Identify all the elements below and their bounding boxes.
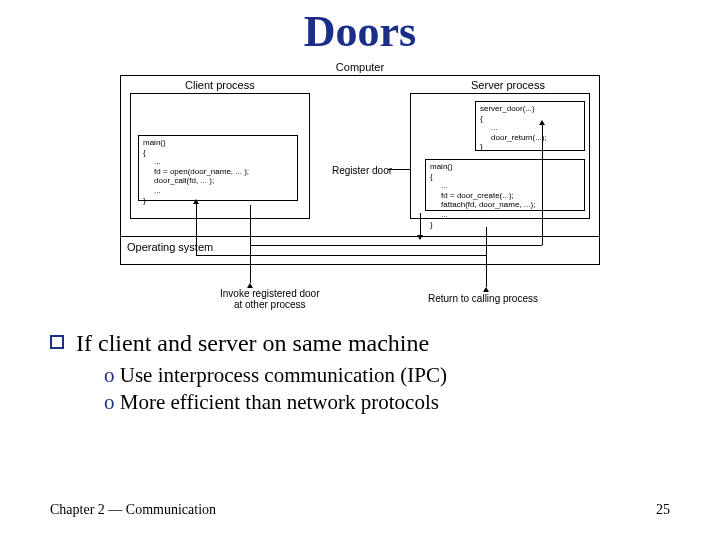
os-label: Operating system: [127, 241, 213, 253]
page-number: 25: [656, 502, 670, 518]
invoke-label: Invoke registered door at other process: [220, 288, 320, 310]
chapter-label: Chapter 2 — Communication: [50, 502, 216, 517]
bullet-lvl1-text: If client and server on same machine: [76, 330, 429, 356]
client-main-code: main() { ... fd = open(door_name, ... );…: [138, 135, 298, 201]
client-process-label: Client process: [185, 79, 255, 91]
server-process-label: Server process: [471, 79, 545, 91]
bullet-list: If client and server on same machine Use…: [50, 330, 670, 415]
doors-diagram: Computer Operating system Client process…: [120, 65, 600, 310]
square-bullet-icon: [50, 335, 64, 349]
return-label: Return to calling process: [428, 293, 538, 304]
server-main-code: main() { ... fd = door_create(...); fatt…: [425, 159, 585, 211]
computer-label: Computer: [336, 61, 384, 73]
register-door-label: Register door: [332, 165, 392, 176]
slide-title: Doors: [0, 6, 720, 57]
slide-footer: Chapter 2 — Communication 25: [50, 502, 670, 518]
bullet-lvl2-a: Use interprocess communication (IPC): [104, 363, 670, 388]
server-door-code: server_door(...) { ... door_return(...);…: [475, 101, 585, 151]
os-box: Operating system: [121, 236, 599, 276]
bullet-lvl2-b: More efficient than network protocols: [104, 390, 670, 415]
bullet-lvl1: If client and server on same machine: [50, 330, 670, 357]
